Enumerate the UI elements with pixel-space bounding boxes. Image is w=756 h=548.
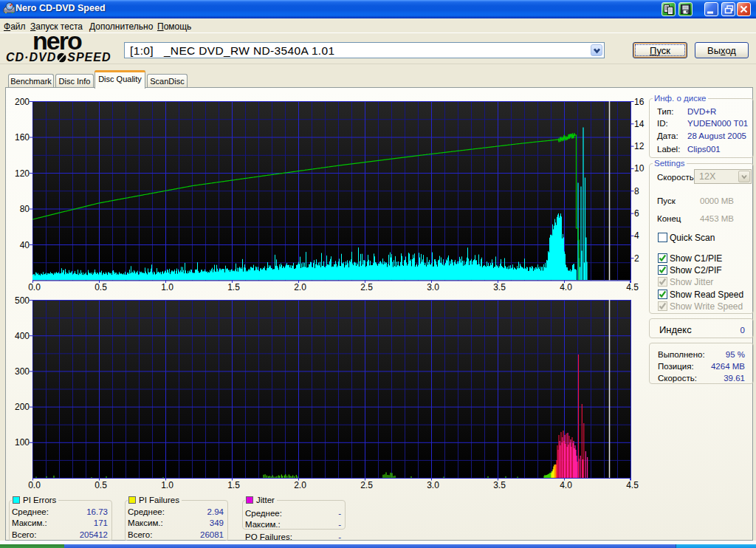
svg-text:3.0: 3.0 xyxy=(427,282,439,292)
svg-text:500: 500 xyxy=(15,295,30,306)
svg-text:3.5: 3.5 xyxy=(493,282,506,292)
svg-text:3.5: 3.5 xyxy=(493,480,506,490)
svg-text:16: 16 xyxy=(634,97,645,107)
svg-text:400: 400 xyxy=(15,331,30,341)
svg-text:160: 160 xyxy=(15,132,30,143)
svg-text:0.0: 0.0 xyxy=(28,282,41,292)
svg-text:100: 100 xyxy=(15,437,30,448)
svg-text:200: 200 xyxy=(15,402,30,412)
svg-text:12: 12 xyxy=(634,141,645,151)
svg-text:1.0: 1.0 xyxy=(161,282,173,292)
svg-text:80: 80 xyxy=(20,204,30,214)
svg-text:3.0: 3.0 xyxy=(427,480,439,490)
svg-text:2.0: 2.0 xyxy=(294,480,306,490)
svg-text:120: 120 xyxy=(15,168,30,179)
svg-text:8: 8 xyxy=(634,186,639,196)
svg-text:2: 2 xyxy=(634,253,639,264)
svg-text:1.0: 1.0 xyxy=(161,480,173,490)
svg-text:14: 14 xyxy=(634,119,645,129)
svg-text:1.5: 1.5 xyxy=(227,282,240,292)
svg-text:2.5: 2.5 xyxy=(360,480,373,490)
svg-text:2.5: 2.5 xyxy=(360,282,373,292)
svg-text:300: 300 xyxy=(15,366,30,377)
svg-text:0.5: 0.5 xyxy=(94,282,107,292)
svg-text:4.5: 4.5 xyxy=(626,480,639,490)
svg-text:40: 40 xyxy=(20,240,30,250)
svg-text:4.0: 4.0 xyxy=(560,480,572,490)
svg-text:4.5: 4.5 xyxy=(626,282,639,292)
svg-text:10: 10 xyxy=(634,163,645,174)
svg-text:4.0: 4.0 xyxy=(560,282,572,292)
svg-text:0.0: 0.0 xyxy=(28,480,41,490)
svg-text:2.0: 2.0 xyxy=(294,282,306,292)
svg-text:0.5: 0.5 xyxy=(94,480,107,490)
svg-text:200: 200 xyxy=(15,97,30,107)
svg-text:1.5: 1.5 xyxy=(227,480,240,490)
svg-text:6: 6 xyxy=(634,208,639,219)
svg-text:4: 4 xyxy=(634,230,639,241)
